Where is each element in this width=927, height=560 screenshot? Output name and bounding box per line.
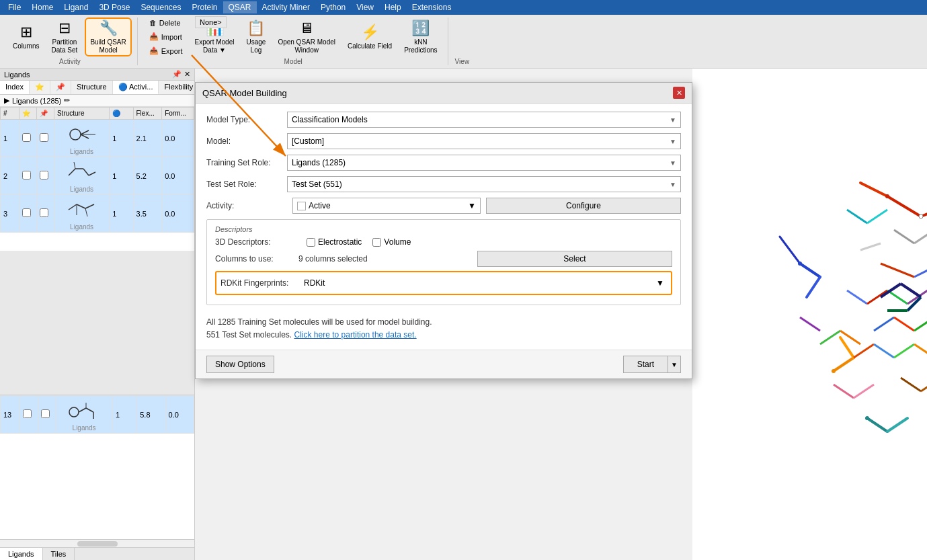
tab-activity[interactable]: 🔵 Activi... xyxy=(113,81,159,94)
bottom-tab-ligands[interactable]: Ligands xyxy=(0,548,43,560)
test-set-dropdown[interactable]: Test Set (551) ▼ xyxy=(287,176,681,192)
tab-star[interactable]: ⭐ xyxy=(30,81,50,94)
bottom-tab-tiles[interactable]: Tiles xyxy=(43,548,75,560)
select-columns-btn[interactable]: Select xyxy=(477,251,672,267)
rdkit-arrow: ▼ xyxy=(656,278,664,288)
row2-pin[interactable] xyxy=(40,171,48,179)
row1-star[interactable] xyxy=(22,133,31,142)
bottom-tabs: Ligands Tiles xyxy=(0,547,194,560)
menu-home[interactable]: Home xyxy=(26,1,58,13)
ribbon-usage-log-btn[interactable]: 📋 UsageLog xyxy=(241,17,270,56)
row1-pin[interactable] xyxy=(40,133,48,142)
svg-line-66 xyxy=(867,210,887,223)
none-dropdown[interactable]: None> xyxy=(195,16,227,28)
training-set-label: Training Set Role: xyxy=(206,158,287,167)
svg-line-9 xyxy=(69,204,77,210)
menu-qsar[interactable]: QSAR xyxy=(223,1,257,13)
menu-ligand[interactable]: Ligand xyxy=(58,1,93,13)
table-row[interactable]: 13 Ligands xyxy=(1,396,194,434)
model-type-arrow: ▼ xyxy=(670,116,676,124)
view-group-label: View xyxy=(455,56,470,65)
molecule-13-svg xyxy=(64,397,104,424)
rdkit-dropdown[interactable]: RDKit ▼ xyxy=(301,275,667,291)
menu-view[interactable]: View xyxy=(351,1,379,13)
menu-python[interactable]: Python xyxy=(315,1,351,13)
row13-star[interactable] xyxy=(23,409,32,418)
tab-index[interactable]: Index xyxy=(0,81,30,94)
expand-icon[interactable]: ▶ xyxy=(4,96,9,105)
tab-pin[interactable]: 📌 xyxy=(50,81,71,94)
electrostatic-checkbox[interactable] xyxy=(307,238,315,247)
row1-structure: Ligands xyxy=(54,120,109,157)
row13-pin[interactable] xyxy=(41,409,50,418)
menu-3dpose[interactable]: 3D Pose xyxy=(93,1,135,13)
svg-line-27 xyxy=(780,237,800,264)
svg-line-32 xyxy=(840,337,854,358)
panel-close-icon[interactable]: ✕ xyxy=(184,70,190,79)
qsar-dialog: QSAR Model Building ✕ Model Type: Classi… xyxy=(195,82,692,379)
activity-row: Activity: Active ▼ Configure xyxy=(206,198,681,214)
volume-option[interactable]: Volume xyxy=(372,237,411,247)
row3-star[interactable] xyxy=(22,208,31,217)
row3-index: 3 xyxy=(1,195,19,233)
model-dropdown[interactable]: [Custom] ▼ xyxy=(287,133,681,149)
ribbon-calc-field-btn[interactable]: ⚡ Calculate Field xyxy=(343,17,397,56)
ribbon-open-qsar-btn[interactable]: 🖥 Open QSAR ModelWindow xyxy=(273,17,340,56)
svg-line-8 xyxy=(74,162,75,169)
partition-link[interactable]: Click here to partition the data set. xyxy=(294,330,417,339)
start-btn[interactable]: Start xyxy=(623,356,668,373)
ribbon-delete-btn[interactable]: 🗑 Delete xyxy=(145,17,188,29)
dialog-title-bar: QSAR Model Building ✕ xyxy=(196,83,692,104)
ligands-table-top[interactable]: # ⭐ 📌 Structure 🔵 Flex... Form... 1 xyxy=(0,107,194,251)
show-options-btn[interactable]: Show Options xyxy=(206,356,274,373)
ligands-table-bottom[interactable]: 13 Ligands xyxy=(0,395,194,539)
activity-dropdown[interactable]: Active ▼ xyxy=(292,198,481,214)
model-arrow: ▼ xyxy=(670,138,676,145)
dialog-close-btn[interactable]: ✕ xyxy=(673,87,685,99)
row2-star[interactable] xyxy=(22,171,31,179)
table-row[interactable]: 3 Ligands xyxy=(1,195,194,233)
activity-checkbox[interactable] xyxy=(297,202,306,210)
table-row[interactable]: 2 Ligands xyxy=(1,157,194,195)
menu-activity-miner[interactable]: Activity Miner xyxy=(257,1,315,13)
volume-label: Volume xyxy=(384,237,411,247)
row3-pin[interactable] xyxy=(40,208,48,217)
menu-sequences[interactable]: Sequences xyxy=(135,1,186,13)
menu-help[interactable]: Help xyxy=(379,1,407,13)
table-row[interactable]: 1 Ligands xyxy=(1,120,194,157)
svg-line-21 xyxy=(887,196,921,216)
ribbon-group-activity: ⊞ Columns ⊟ PartitionData Set 🔧 Build QS… xyxy=(3,17,138,65)
start-dropdown-btn[interactable]: ▼ xyxy=(668,356,681,373)
svg-line-67 xyxy=(901,378,921,391)
svg-line-51 xyxy=(874,344,894,358)
model-type-dropdown[interactable]: Classification Models ▼ xyxy=(287,112,681,128)
volume-checkbox[interactable] xyxy=(372,238,381,247)
build-qsar-icon: 🔧 xyxy=(99,19,118,37)
row13-activity: 1 xyxy=(112,396,136,434)
activity-label: Activity: xyxy=(206,201,287,210)
panel-pin-icon[interactable]: 📌 xyxy=(172,70,182,79)
ligands-edit-icon[interactable]: ✏ xyxy=(64,96,70,105)
ribbon-partition-btn[interactable]: ⊟ PartitionData Set xyxy=(46,17,82,56)
menu-protein[interactable]: Protein xyxy=(186,1,223,13)
molecule-viewer-panel xyxy=(692,69,927,560)
tab-structure[interactable]: Structure xyxy=(71,81,113,94)
training-set-dropdown[interactable]: Ligands (1285) ▼ xyxy=(287,155,681,171)
menu-extensions[interactable]: Extensions xyxy=(407,1,457,13)
open-qsar-icon: 🖥 xyxy=(299,19,314,37)
ribbon-build-qsar-btn[interactable]: 🔧 Build QSARModel xyxy=(85,17,131,56)
svg-line-46 xyxy=(874,317,894,331)
scroll-bar-bottom[interactable] xyxy=(0,539,194,547)
tab-flexibility[interactable]: Flexbility xyxy=(159,81,194,94)
ribbon-export-btn[interactable]: 📤 Export xyxy=(145,44,188,57)
ribbon-knn-btn[interactable]: 🔢 kNNPredictions xyxy=(399,17,442,56)
electrostatic-option[interactable]: Electrostatic xyxy=(307,237,362,247)
menu-file[interactable]: File xyxy=(3,1,26,13)
menu-bar: File Home Ligand 3D Pose Sequences Prote… xyxy=(0,0,927,15)
col-star: ⭐ xyxy=(19,108,37,120)
training-set-arrow: ▼ xyxy=(670,159,676,167)
svg-point-80 xyxy=(798,262,802,266)
configure-btn[interactable]: Configure xyxy=(486,198,681,214)
ribbon-import-btn[interactable]: 📥 Import xyxy=(145,30,188,43)
ribbon-columns-btn[interactable]: ⊞ Columns xyxy=(8,17,44,56)
